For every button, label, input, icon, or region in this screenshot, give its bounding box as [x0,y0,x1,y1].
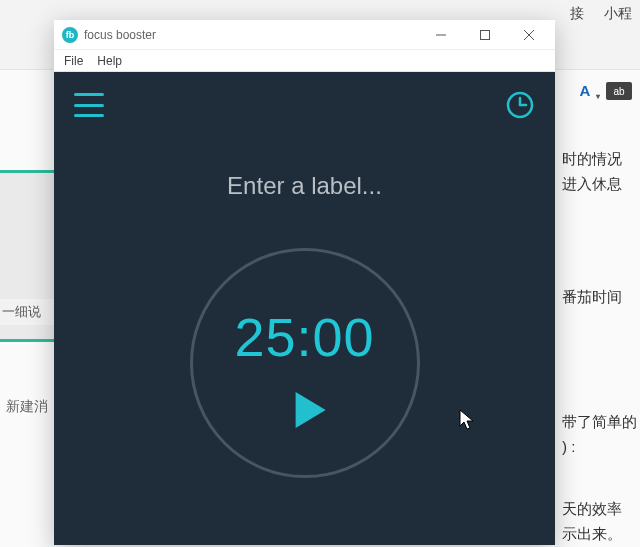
bg-text-7: 示出来。 [562,525,622,544]
bg-text-1: 时的情况 [562,150,622,169]
close-button[interactable] [507,21,551,49]
maximize-icon [480,30,490,40]
menu-file[interactable]: File [64,54,83,68]
svg-marker-7 [295,392,325,428]
svg-rect-1 [481,30,490,39]
bg-text-6: 天的效率 [562,500,622,519]
app-top-row [54,72,555,120]
bg-text-5: ) : [562,438,575,455]
bg-text-3: 番茄时间 [562,288,622,307]
maximize-button[interactable] [463,21,507,49]
window-titlebar[interactable]: fb focus booster [54,20,555,50]
background-link-1[interactable]: 接 [570,5,584,23]
menu-button[interactable] [74,93,104,117]
focus-booster-window: fb focus booster File Help [54,20,555,545]
menu-help[interactable]: Help [97,54,122,68]
background-format-icons: A ab [574,82,632,100]
minimize-icon [436,30,446,40]
play-icon [285,388,329,432]
window-title: focus booster [84,28,419,42]
highlight-icon[interactable]: ab [606,82,632,100]
background-link-2[interactable]: 小程 [604,5,632,23]
bg-text-4: 带了简单的 [562,413,637,432]
clock-icon [505,90,535,120]
menu-bar: File Help [54,50,555,72]
app-body: 25:00 [54,72,555,545]
timer-display: 25:00 [190,306,420,368]
timer: 25:00 [190,248,420,478]
font-color-icon[interactable]: A [574,82,596,100]
background-left-text: 一细说 [0,299,58,325]
bg-text-2: 进入休息 [562,175,622,194]
label-input[interactable] [104,172,505,200]
background-left-small-text: 新建消 [6,398,48,416]
play-button[interactable] [285,388,329,436]
close-icon [524,30,534,40]
app-icon: fb [62,27,78,43]
minimize-button[interactable] [419,21,463,49]
history-button[interactable] [505,90,535,120]
background-top-links: 接 小程 [570,5,632,23]
